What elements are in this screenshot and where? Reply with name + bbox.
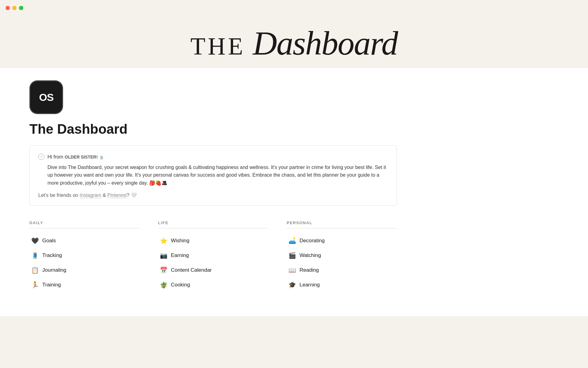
close-button[interactable] [6,6,10,10]
sections-grid: DAILY 🖤 Goals 🧵 Tracking 📋 Journaling 🏃 … [29,220,397,292]
cooking-icon: 🪴 [160,281,167,289]
cooking-label: Cooking [171,282,190,288]
tracking-icon: 🧵 [31,252,39,259]
section-header-life: LIFE [158,220,268,228]
minimize-button[interactable] [12,6,17,10]
earning-icon: 📷 [160,252,167,259]
tracking-label: Tracking [42,252,62,259]
wishing-label: Wishing [171,238,189,244]
fullscreen-button[interactable] [19,6,23,10]
pinterest-link[interactable]: Pinterest [107,193,126,198]
friends-end: ? 🤍 [127,193,137,198]
section-life: LIFE ⭐ Wishing 📷 Earning 📅 Content Calen… [158,220,268,292]
watching-icon: 🎬 [288,252,296,259]
life-item-wishing[interactable]: ⭐ Wishing [158,234,268,247]
info-friends-line: Let's be friends on Instagram & Pinteres… [38,192,388,198]
section-personal: PERSONAL 🛋️ Decorating 🎬 Watching 📖 Read… [287,220,397,292]
content-calendar-icon: 📅 [160,266,167,274]
daily-item-journaling[interactable]: 📋 Journaling [29,263,140,277]
hero-prefix: THE [190,33,246,60]
instagram-link[interactable]: Instagram [80,193,101,198]
hero-banner: THE Dashboard [0,16,588,68]
daily-item-tracking[interactable]: 🧵 Tracking [29,249,140,262]
personal-item-watching[interactable]: 🎬 Watching [287,249,397,262]
main-content: OS The Dashboard i Hi from OLDER SISTER!… [0,68,588,316]
personal-item-reading[interactable]: 📖 Reading [287,263,397,277]
goals-icon: 🖤 [31,237,39,244]
personal-items: 🛋️ Decorating 🎬 Watching 📖 Reading 🎓 Lea… [287,234,397,292]
daily-item-training[interactable]: 🏃 Training [29,278,140,292]
info-greeting: Hi from [47,154,65,159]
titlebar [0,0,588,16]
life-item-content-calendar[interactable]: 📅 Content Calendar [158,263,268,277]
content-calendar-label: Content Calendar [171,267,212,273]
daily-items: 🖤 Goals 🧵 Tracking 📋 Journaling 🏃 Traini… [29,234,140,292]
hero-title-script: Dashboard [253,25,398,62]
journaling-label: Journaling [42,267,66,273]
decorating-label: Decorating [300,238,325,244]
watching-label: Watching [300,252,321,259]
earning-label: Earning [171,252,189,259]
reading-icon: 📖 [288,266,296,274]
app-icon: OS [29,80,63,114]
section-header-personal: PERSONAL [287,220,397,228]
section-header-daily: DAILY [29,220,140,228]
page-title: The Dashboard [29,121,559,137]
reading-label: Reading [300,267,319,273]
learning-icon: 🎓 [288,281,296,289]
life-item-earning[interactable]: 📷 Earning [158,249,268,262]
training-label: Training [42,282,61,288]
info-icon: i [38,154,44,160]
life-item-cooking[interactable]: 🪴 Cooking [158,278,268,292]
app-icon-text: OS [39,91,53,103]
life-items: ⭐ Wishing 📷 Earning 📅 Content Calendar 🪴… [158,234,268,292]
friends-text: Let's be friends on [38,193,80,198]
section-daily: DAILY 🖤 Goals 🧵 Tracking 📋 Journaling 🏃 … [29,220,140,292]
training-icon: 🏃 [31,281,39,289]
personal-item-decorating[interactable]: 🛋️ Decorating [287,234,397,247]
info-source: OLDER SISTER! 🍵 [65,155,104,159]
wishing-icon: ⭐ [160,237,167,244]
daily-item-goals[interactable]: 🖤 Goals [29,234,140,247]
info-box: i Hi from OLDER SISTER! 🍵 Dive into The … [29,145,397,206]
personal-item-learning[interactable]: 🎓 Learning [287,278,397,292]
learning-label: Learning [300,282,320,288]
info-body: Dive into The Dashboard, your secret wea… [47,163,388,187]
goals-label: Goals [42,238,56,244]
decorating-icon: 🛋️ [288,237,296,244]
journaling-icon: 📋 [31,266,39,274]
ampersand: & [101,193,107,198]
